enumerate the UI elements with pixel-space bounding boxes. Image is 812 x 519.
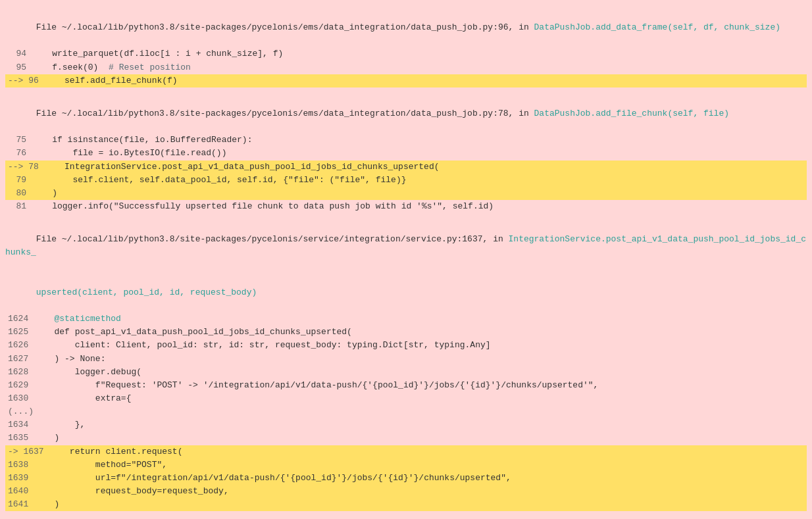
traceback-block-1: File ~/.local/lib/python3.8/site-package… <box>0 8 812 87</box>
func-link-2[interactable]: DataPushJob.add_file_chunk(self, file) <box>534 109 729 118</box>
line-1629: 1629 f"Request: 'POST' -> '/integration/… <box>5 379 807 392</box>
line-75: 75 if isinstance(file, io.BufferedReader… <box>5 134 807 147</box>
traceback-container: File ~/.local/lib/python3.8/site-package… <box>0 5 812 519</box>
file-header-3: File ~/.local/lib/python3.8/site-package… <box>5 220 807 273</box>
func-link-3b[interactable]: upserted(client, pool_id, id, request_bo… <box>36 287 257 297</box>
line-1626: 1626 client: Client, pool_id: str, id: s… <box>5 339 807 352</box>
line-1640: 1640 request_body=request_body, <box>5 485 807 498</box>
line-95: 95 f.seek(0) # Reset position <box>5 61 807 74</box>
line-94: 94 write_parquet(df.iloc[i : i + chunk_s… <box>5 47 807 61</box>
code-block-3: 1624 @staticmethod 1625 def post_api_v1_… <box>5 312 807 511</box>
line-1630: 1630 extra={ <box>5 392 807 405</box>
line-96: --> 96 self.add_file_chunk(f) <box>5 74 807 87</box>
line-1624: 1624 @staticmethod <box>5 312 807 326</box>
line-1635: 1635 ) <box>5 432 807 445</box>
file-header-3b: upserted(client, pool_id, id, request_bo… <box>5 273 807 312</box>
line-1639: 1639 url=f"/integration/api/v1/data-push… <box>5 472 807 485</box>
line-dotdot1: (...) <box>5 405 807 418</box>
line-79: 79 self.client, self.data_pool_id, self.… <box>5 174 807 187</box>
func-link-1[interactable]: DataPushJob.add_data_frame(self, df, chu… <box>534 22 780 32</box>
line-81: 81 logger.info("Successfully upserted fi… <box>5 200 807 213</box>
line-1625: 1625 def post_api_v1_data_push_pool_id_j… <box>5 326 807 339</box>
traceback-block-3: File ~/.local/lib/python3.8/site-package… <box>0 220 812 511</box>
file-header-2: File ~/.local/lib/python3.8/site-package… <box>5 94 807 134</box>
line-78: --> 78 IntegrationService.post_api_v1_da… <box>5 161 807 174</box>
line-1628: 1628 logger.debug( <box>5 366 807 379</box>
file-header-1: File ~/.local/lib/python3.8/site-package… <box>5 8 807 47</box>
traceback-block-2: File ~/.local/lib/python3.8/site-package… <box>0 94 812 213</box>
line-1637: -> 1637 return client.request( <box>5 445 807 458</box>
line-76: 76 file = io.BytesIO(file.read()) <box>5 147 807 160</box>
line-80: 80 ) <box>5 187 807 200</box>
line-1638: 1638 method="POST", <box>5 458 807 472</box>
line-1627: 1627 ) -> None: <box>5 353 807 366</box>
code-block-2: 75 if isinstance(file, io.BufferedReader… <box>5 134 807 213</box>
line-1641: 1641 ) <box>5 498 807 511</box>
code-block-1: 94 write_parquet(df.iloc[i : i + chunk_s… <box>5 47 807 87</box>
line-1634: 1634 }, <box>5 418 807 432</box>
